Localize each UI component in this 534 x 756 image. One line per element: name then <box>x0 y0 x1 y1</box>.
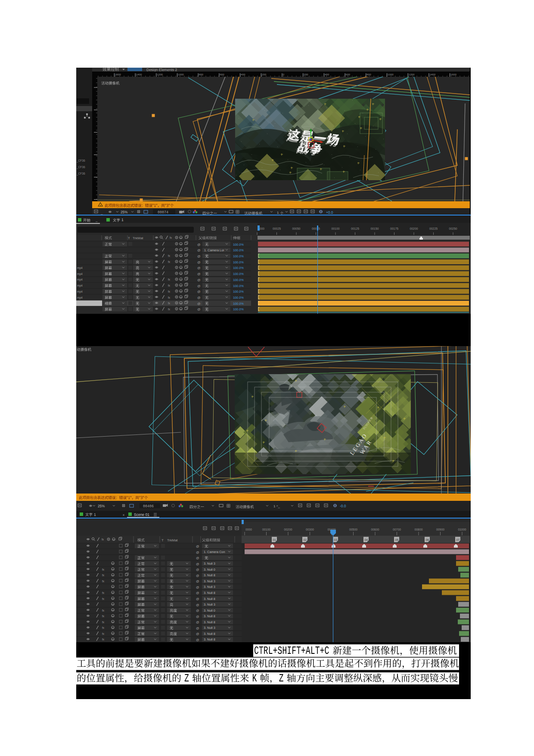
svg-text:100.0%: 100.0% <box>233 296 244 300</box>
svg-text:3. Null 0: 3. Null 0 <box>204 609 215 612</box>
svg-text:00175: 00175 <box>390 227 398 230</box>
svg-text:200: 200 <box>304 73 308 76</box>
svg-text:3. Null 8: 3. Null 8 <box>204 614 215 618</box>
svg-text:100.0%: 100.0% <box>233 307 244 311</box>
svg-text:3. Null 8: 3. Null 8 <box>204 597 215 601</box>
svg-text:05: 05 <box>395 538 399 541</box>
svg-text:@: @ <box>197 290 201 294</box>
svg-text:fx: fx <box>168 284 171 287</box>
svg-text:00050: 00050 <box>292 227 301 230</box>
svg-text:+0.0: +0.0 <box>326 210 333 215</box>
svg-text:fx: fx <box>102 568 105 571</box>
svg-text:mp4: mp4 <box>77 278 83 281</box>
svg-text:mp4: mp4 <box>77 296 83 300</box>
svg-text:1400: 1400 <box>136 73 142 76</box>
svg-text:fx: fx <box>102 574 105 577</box>
svg-text:100.0%: 100.0% <box>233 284 244 288</box>
svg-text:fx: fx <box>168 254 171 257</box>
svg-text:04: 04 <box>365 538 368 541</box>
svg-text:00406: 00406 <box>143 504 154 508</box>
svg-text:fx: fx <box>168 260 171 263</box>
svg-text:fx: fx <box>168 278 171 281</box>
svg-text:00900: 00900 <box>436 528 444 531</box>
svg-text:800: 800 <box>366 73 371 76</box>
svg-text:_CF36: _CF36 <box>76 159 85 162</box>
svg-text:1: 1 <box>121 218 124 222</box>
svg-text:fx: fx <box>102 609 105 612</box>
svg-text:x: x <box>123 513 124 517</box>
svg-text:@: @ <box>196 591 199 595</box>
svg-text:fx: fx <box>168 308 171 311</box>
svg-text:_: _ <box>100 211 103 215</box>
svg-text:3. Null 3: 3. Null 3 <box>204 562 215 565</box>
svg-text:-0.0: -0.0 <box>340 504 346 508</box>
svg-text:_: _ <box>95 218 98 222</box>
svg-text:@: @ <box>196 632 199 636</box>
svg-text:fx: fx <box>102 615 105 618</box>
svg-text:fx: fx <box>168 290 171 293</box>
svg-text:01000: 01000 <box>458 528 466 531</box>
svg-text:00200: 00200 <box>410 227 418 230</box>
svg-text:_CF36: _CF36 <box>76 172 85 175</box>
svg-text:fx: fx <box>102 626 105 629</box>
svg-text:3. Null 8: 3. Null 8 <box>204 620 215 624</box>
svg-text:fx: fx <box>102 591 105 594</box>
svg-text:1000: 1000 <box>388 73 394 76</box>
svg-text:3. Null 0: 3. Null 0 <box>204 568 215 572</box>
svg-text:00125: 00125 <box>351 227 359 230</box>
svg-text:@: @ <box>196 579 199 583</box>
svg-text:@: @ <box>197 272 201 276</box>
svg-text:00300: 00300 <box>306 528 314 531</box>
svg-text:@: @ <box>196 609 199 612</box>
svg-text:TrkMat: TrkMat <box>167 538 178 542</box>
svg-text:@: @ <box>196 603 199 607</box>
svg-text:00225: 00225 <box>429 227 438 230</box>
svg-text:02: 02 <box>304 538 307 541</box>
svg-text:3. Null 3: 3. Null 3 <box>204 585 215 589</box>
svg-text:100.0%: 100.0% <box>233 278 244 282</box>
svg-text:100.0%: 100.0% <box>233 290 244 294</box>
svg-text:@: @ <box>196 574 199 578</box>
svg-text:Scene 01: Scene 01 <box>134 512 149 517</box>
svg-text:@: @ <box>197 302 201 306</box>
svg-text:@: @ <box>196 568 199 572</box>
svg-text:00500: 00500 <box>349 528 357 531</box>
svg-text:00800: 00800 <box>415 528 423 531</box>
svg-text:100.0%: 100.0% <box>233 260 244 264</box>
svg-text:fx: fx <box>102 632 105 635</box>
svg-text:00150: 00150 <box>371 227 379 230</box>
svg-text:100.0%: 100.0% <box>233 272 244 276</box>
svg-text:00025: 00025 <box>273 227 281 230</box>
svg-text:@: @ <box>196 638 199 642</box>
svg-text:00250: 00250 <box>449 227 457 230</box>
svg-text:100.0%: 100.0% <box>233 243 244 247</box>
svg-text:00100: 00100 <box>332 227 340 230</box>
svg-text:1. Camera Lor: 1. Camera Lor <box>204 248 224 252</box>
svg-text:3. Null 3: 3. Null 3 <box>204 603 215 606</box>
svg-text:1200: 1200 <box>409 73 415 76</box>
svg-text:03: 03 <box>334 538 338 541</box>
svg-text:1600: 1600 <box>115 73 121 76</box>
svg-text:@: @ <box>197 243 201 247</box>
svg-text:1 ^_: 1 ^_ <box>273 504 280 508</box>
svg-text:400: 400 <box>241 73 245 76</box>
svg-text:600: 600 <box>220 73 224 76</box>
svg-text:@: @ <box>197 266 201 270</box>
svg-text:@: @ <box>197 278 201 282</box>
svg-text:mp4: mp4 <box>77 266 83 270</box>
svg-text:@: @ <box>197 284 201 288</box>
svg-text:3. Null 3: 3. Null 3 <box>204 579 215 583</box>
svg-text:fx: fx <box>102 580 105 583</box>
svg-text:@: @ <box>196 585 199 589</box>
svg-text:1600: 1600 <box>450 73 456 76</box>
svg-text:00700: 00700 <box>393 528 401 531</box>
svg-text:@: @ <box>196 556 199 560</box>
svg-text:0000: 0000 <box>245 528 252 531</box>
svg-text:@: @ <box>197 260 201 264</box>
svg-text:100.0%: 100.0% <box>233 302 244 306</box>
svg-text:@: @ <box>197 248 201 252</box>
svg-text:fx: fx <box>168 302 171 305</box>
svg-text:100.0%: 100.0% <box>233 248 244 252</box>
svg-text:Design Elements 2: Design Elements 2 <box>146 68 177 72</box>
svg-text:fx: fx <box>102 597 105 600</box>
